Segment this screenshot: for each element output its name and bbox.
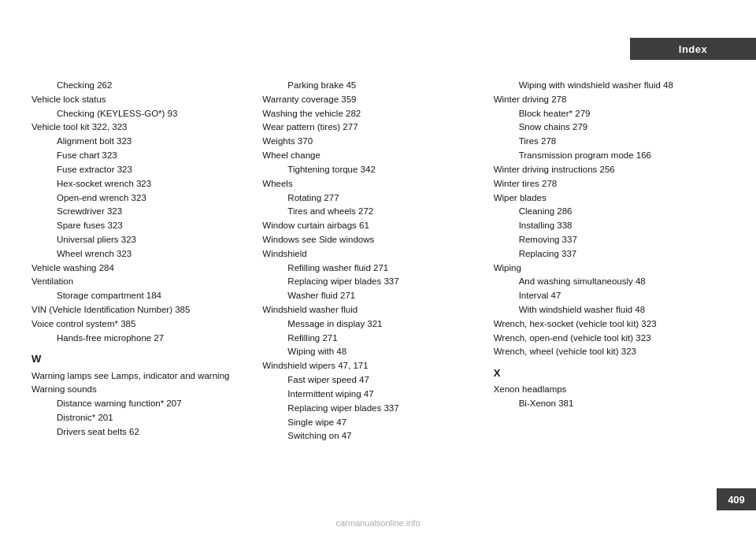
index-entry: Hex-socket wrench 323 <box>32 177 246 191</box>
index-entry: Transmission program mode 166 <box>494 149 709 163</box>
index-entry: Tightening torque 342 <box>262 163 477 177</box>
index-entry: Vehicle washing 284 <box>32 261 246 276</box>
index-entry: X <box>494 365 709 381</box>
index-entry: Wrench, hex-socket (vehicle tool kit) 32… <box>494 317 709 332</box>
index-entry: Switching on 47 <box>262 429 477 443</box>
index-entry: Spare fuses 323 <box>32 219 246 233</box>
index-entry: Wiping with 48 <box>262 345 477 359</box>
index-entry: Warning lamps see Lamps, indicator and w… <box>32 369 246 384</box>
index-entry: W <box>32 351 246 367</box>
index-entry: Winter driving instructions 256 <box>494 163 709 177</box>
watermark: carmanualsonline.info <box>335 518 420 528</box>
index-entry: Tires 278 <box>494 135 709 149</box>
index-entry: Removing 337 <box>494 233 709 247</box>
index-entry: Fuse extractor 323 <box>32 163 246 177</box>
index-entry: Drivers seat belts 62 <box>32 425 246 439</box>
column-1: Checking 262Vehicle lock statusChecking … <box>32 79 262 487</box>
index-entry: Winter driving 278 <box>494 93 709 107</box>
index-entry: Windshield <box>262 247 477 261</box>
index-entry: Cleaning 286 <box>494 205 709 219</box>
page-number-label: 409 <box>728 494 745 506</box>
index-entry: Wiping <box>494 261 709 276</box>
index-entry: Winter tires 278 <box>494 177 709 191</box>
index-entry: Single wipe 47 <box>262 416 477 430</box>
index-entry: Installing 338 <box>494 219 709 233</box>
index-entry: Storage compartment 184 <box>32 289 246 303</box>
index-entry: Weights 370 <box>262 135 477 149</box>
index-entry: Warranty coverage 359 <box>262 93 477 107</box>
index-entry: Replacing wiper blades 337 <box>262 275 477 289</box>
index-entry: Block heater* 279 <box>494 107 709 121</box>
index-entry: Voice control system* 385 <box>32 317 246 332</box>
index-entry: Wrench, open-end (vehicle tool kit) 323 <box>494 332 709 346</box>
index-entry: Hands-free microphone 27 <box>32 332 246 346</box>
index-entry: Window curtain airbags 61 <box>262 219 477 233</box>
index-entry: Rotating 277 <box>262 191 477 206</box>
index-entry: Xenon headlamps <box>494 383 709 397</box>
page-container: Index Checking 262Vehicle lock statusChe… <box>0 0 756 534</box>
index-entry: Refilling washer fluid 271 <box>262 261 477 276</box>
index-entry: Fast wiper speed 47 <box>262 373 477 388</box>
index-entry: Open-end wrench 323 <box>32 191 246 206</box>
index-entry: Wear pattern (tires) 277 <box>262 121 477 135</box>
index-entry: Vehicle tool kit 322, 323 <box>32 121 246 135</box>
column-2: Parking brake 45Warranty coverage 359Was… <box>262 79 493 487</box>
index-entry: Wrench, wheel (vehicle tool kit) 323 <box>494 345 709 359</box>
index-entry: Interval 47 <box>494 289 709 303</box>
index-entry: Windshield washer fluid <box>262 303 477 317</box>
index-header: Index <box>630 38 756 60</box>
index-entry: Vehicle lock status <box>32 93 246 107</box>
index-entry: Wiping with windshield washer fluid 48 <box>494 79 709 93</box>
index-entry: Refilling 271 <box>262 332 477 346</box>
index-entry: VIN (Vehicle Identification Number) 385 <box>32 303 246 317</box>
index-entry: Intermittent wiping 47 <box>262 388 477 402</box>
index-entry: Washing the vehicle 282 <box>262 107 477 121</box>
index-entry: Message in display 321 <box>262 317 477 332</box>
index-entry: Windows see Side windows <box>262 233 477 247</box>
content-area: Checking 262Vehicle lock statusChecking … <box>32 79 724 487</box>
index-entry: Parking brake 45 <box>262 79 477 93</box>
index-entry: Checking (KEYLESS-GO*) 93 <box>32 107 246 121</box>
index-header-label: Index <box>679 43 707 55</box>
index-entry: With windshield washer fluid 48 <box>494 303 709 317</box>
index-entry: Wheel change <box>262 149 477 163</box>
index-entry: Wiper blades <box>494 191 709 206</box>
index-entry: Fuse chart 323 <box>32 149 246 163</box>
index-entry: Ventilation <box>32 275 246 289</box>
index-entry: Bi-Xenon 381 <box>494 397 709 411</box>
index-entry: And washing simultaneously 48 <box>494 275 709 289</box>
page-number-box: 409 <box>717 488 756 510</box>
index-entry: Washer fluid 271 <box>262 289 477 303</box>
index-entry: Checking 262 <box>32 79 246 93</box>
index-entry: Alignment bolt 323 <box>32 135 246 149</box>
index-entry: Warning sounds <box>32 383 246 397</box>
index-entry: Universal pliers 323 <box>32 233 246 247</box>
index-entry: Wheel wrench 323 <box>32 247 246 261</box>
index-entry: Replacing 337 <box>494 247 709 261</box>
index-entry: Tires and wheels 272 <box>262 205 477 219</box>
index-entry: Screwdriver 323 <box>32 205 246 219</box>
index-entry: Windshield wipers 47, 171 <box>262 359 477 373</box>
index-entry: Replacing wiper blades 337 <box>262 402 477 416</box>
column-3: Wiping with windshield washer fluid 48Wi… <box>494 79 724 487</box>
index-entry: Distronic* 201 <box>32 411 246 425</box>
index-entry: Snow chains 279 <box>494 121 709 135</box>
index-entry: Distance warning function* 207 <box>32 397 246 411</box>
index-entry: Wheels <box>262 177 477 191</box>
